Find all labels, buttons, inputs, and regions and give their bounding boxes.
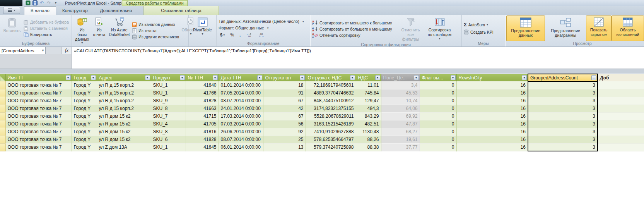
cell[interactable]: 16 <box>456 112 528 120</box>
row-header[interactable] <box>0 81 5 89</box>
row-header[interactable] <box>0 105 5 112</box>
row-header[interactable] <box>0 136 5 143</box>
cell[interactable]: SKU_8 <box>151 105 186 112</box>
excel-app-icon[interactable]: X <box>25 0 31 5</box>
from-feeds-button[interactable]: Из каналов данных <box>132 22 179 27</box>
cell[interactable]: 67 <box>263 112 306 120</box>
cell[interactable]: Город Y <box>72 128 97 136</box>
cell[interactable]: 0 <box>420 105 456 112</box>
cell[interactable]: 45,53 <box>381 89 420 97</box>
cell[interactable]: 41705 <box>186 120 219 128</box>
cell[interactable]: Город Y <box>72 143 97 151</box>
cell[interactable]: Город Y <box>72 136 97 143</box>
add-column-cell[interactable] <box>598 112 644 120</box>
from-report-button[interactable]: Из отчета <box>91 15 107 46</box>
cell[interactable]: 3 <box>528 89 598 97</box>
cell[interactable]: Город Y <box>72 120 97 128</box>
cell[interactable]: 3174,82321375155 <box>306 105 356 112</box>
cell[interactable]: Город Y <box>72 105 97 112</box>
cell[interactable]: ул Z дом 13А <box>97 143 151 151</box>
diagram-view-button[interactable]: Представление диаграммы <box>545 15 586 41</box>
cell[interactable]: 16 <box>456 128 528 136</box>
paste-replace-button[interactable]: Вставить с заменой <box>24 26 69 31</box>
cell[interactable]: 68,27 <box>381 128 420 136</box>
cell[interactable]: 64,06 <box>381 105 420 112</box>
from-text-button[interactable]: Из текста <box>132 28 179 33</box>
cell[interactable]: ООО торговая точка № 7 <box>5 112 72 120</box>
cell[interactable]: 88,26 <box>356 136 381 143</box>
tab-linked-table[interactable]: Связанная таблица <box>155 7 207 15</box>
cell[interactable]: 16 <box>456 81 528 89</box>
add-column-cell[interactable] <box>598 105 644 112</box>
save-icon[interactable] <box>32 0 38 5</box>
cell[interactable]: SKU_1 <box>151 143 186 151</box>
cell[interactable]: 47,87 <box>381 120 420 128</box>
cell[interactable]: 41715 <box>186 112 219 120</box>
add-column-cell[interactable] <box>598 128 644 136</box>
cell[interactable]: ООО торговая точка № 7 <box>5 89 72 97</box>
create-kpi-button[interactable]: Создать KPI <box>464 29 494 34</box>
from-database-button[interactable]: Из базы данных▾ <box>73 15 91 46</box>
cell[interactable]: 16 <box>456 105 528 112</box>
cell[interactable]: 0 <box>420 97 456 105</box>
add-from-clipboard-button[interactable]: Добавить из буфера <box>24 20 69 25</box>
add-column-header[interactable]: Доб <box>598 74 644 81</box>
cell[interactable]: ул R д.15 корп.2 <box>97 105 151 112</box>
cell[interactable]: 578,625354664797 <box>306 136 356 143</box>
cell[interactable]: 41645 <box>186 143 219 151</box>
column-header[interactable]: Адрес▼ <box>97 74 151 81</box>
redo-icon[interactable]: ↷ <box>46 0 51 5</box>
cell[interactable]: ООО торговая точка № 7 <box>5 120 72 128</box>
select-all-corner[interactable] <box>0 74 5 81</box>
filter-button[interactable]: ▼ <box>522 75 527 80</box>
cell[interactable]: SKU_7 <box>151 112 186 120</box>
column-header[interactable]: Поле_Це...▼ <box>381 74 420 81</box>
cell[interactable]: 24.01.2014 0:00:00 <box>219 105 263 112</box>
cell[interactable]: ул R дом 15 к2 <box>97 112 151 120</box>
from-other-sources-button[interactable]: Из других источников <box>132 34 179 40</box>
cell[interactable]: Город Y <box>72 81 97 89</box>
cell[interactable]: 7410,91029627888 <box>306 128 356 136</box>
cell[interactable]: 3 <box>528 128 598 136</box>
cell[interactable]: 0 <box>420 143 456 151</box>
add-column-cell[interactable] <box>598 81 644 89</box>
sort-ascending-button[interactable]: AZ Сортировать от меньшего к большему <box>312 20 392 25</box>
column-header[interactable]: Дата ТТН▼ <box>219 74 263 81</box>
fx-button[interactable]: fx <box>62 47 72 54</box>
cell[interactable]: 67 <box>263 97 306 105</box>
decrease-decimal-icon[interactable]: .00.0→ <box>256 32 266 38</box>
cell[interactable]: 07.05.2014 0:00:00 <box>219 89 263 97</box>
cell[interactable]: 13 <box>263 143 306 151</box>
cell[interactable]: 16 <box>456 120 528 128</box>
cell[interactable]: 10,74 <box>381 97 420 105</box>
cell[interactable]: 1130,48 <box>356 128 381 136</box>
cell[interactable]: 3,4 <box>381 81 420 89</box>
cell[interactable]: SKU_1 <box>151 89 186 97</box>
cell[interactable]: 3 <box>528 136 598 143</box>
cell[interactable]: 3 <box>528 112 598 120</box>
cell[interactable]: 42 <box>263 105 306 112</box>
cell[interactable]: SKU_9 <box>151 97 186 105</box>
paste-button[interactable]: Вставить <box>1 15 23 41</box>
cell[interactable]: 41828 <box>186 97 219 105</box>
cell[interactable]: 06.01.2014 0:00:00 <box>219 143 263 151</box>
column-header[interactable]: НДС▼ <box>356 74 381 81</box>
cell[interactable]: Город Y <box>72 112 97 120</box>
column-header[interactable]: Имя ТТ▼ <box>5 74 72 81</box>
filter-button[interactable]: ▼ <box>213 75 218 80</box>
thousands-separator-button[interactable]: , <box>238 32 242 38</box>
cell[interactable]: 0 <box>420 120 456 128</box>
cell[interactable]: Город Y <box>72 89 97 97</box>
cell[interactable]: ООО торговая точка № 7 <box>5 136 72 143</box>
cell[interactable]: ул R дом 15 к2 <box>97 120 151 128</box>
cell[interactable]: 69,92 <box>381 112 420 120</box>
cell[interactable]: ул R д.15 корп.2 <box>97 89 151 97</box>
cell[interactable]: 08.07.2014 0:00:00 <box>219 136 263 143</box>
column-header[interactable]: RowsInCity▼ <box>456 74 528 81</box>
cell[interactable]: ООО торговая точка № 7 <box>5 105 72 112</box>
pivottable-button[interactable]: PivotTable▾ <box>191 15 215 46</box>
clear-sort-button[interactable]: AZ Отменить сортировку <box>312 33 392 38</box>
sort-by-column-button[interactable]: Сортировка по столбцам▾ <box>425 15 455 42</box>
cell[interactable]: 16 <box>456 89 528 97</box>
app-menu-button[interactable]: ▾ <box>3 7 20 14</box>
